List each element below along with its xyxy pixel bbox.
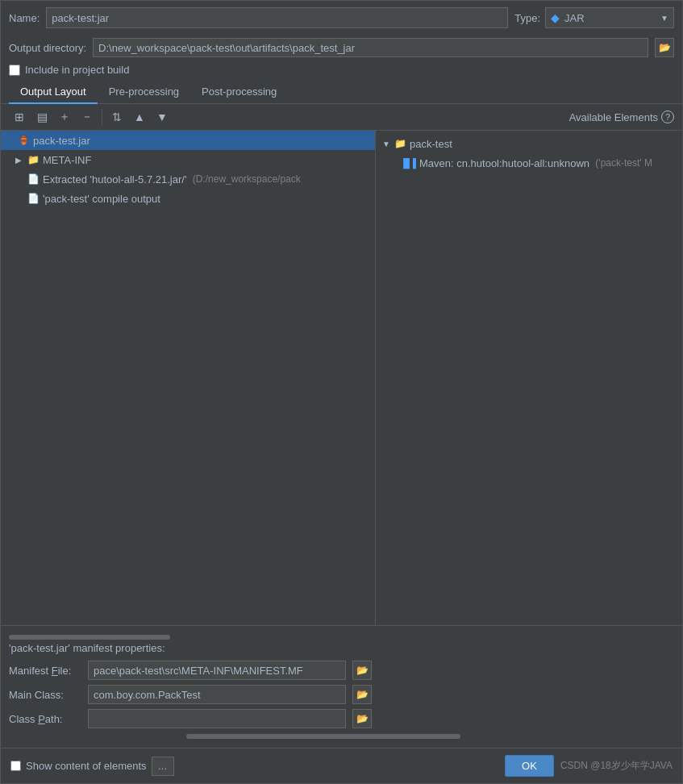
add-button[interactable]: ＋ bbox=[54, 107, 75, 127]
minus-icon: － bbox=[81, 110, 93, 124]
type-value: JAR bbox=[564, 12, 585, 24]
hutool-path-text: (D:/new_workspace/pack bbox=[189, 173, 300, 185]
bottom-scrollbar[interactable] bbox=[9, 733, 674, 740]
tree-item-meta-inf[interactable]: ▶ 📁 META-INF bbox=[1, 150, 375, 169]
type-label: Type: bbox=[514, 12, 540, 24]
manifest-file-row: Manifest File: 📂 bbox=[9, 661, 674, 680]
main-class-browse-button[interactable]: 📂 bbox=[352, 685, 372, 704]
add-jar-button[interactable]: ▤ bbox=[31, 107, 52, 127]
maven-dim-text: ('pack-test' M bbox=[593, 157, 652, 169]
name-label: Name: bbox=[9, 12, 40, 24]
copy-icon: ⊞ bbox=[15, 111, 24, 123]
compile-output-icon: 📄 bbox=[27, 192, 40, 205]
name-input[interactable] bbox=[46, 7, 508, 28]
folder-browse-icon: 📂 bbox=[356, 665, 369, 676]
maven-bars-icon: ▐▌▌ bbox=[403, 156, 416, 169]
hutool-file-icon: 📄 bbox=[27, 173, 40, 186]
class-path-browse-button[interactable]: 📂 bbox=[352, 709, 372, 728]
output-dir-row: Output directory: 📂 bbox=[1, 35, 682, 60]
tab-pre-processing[interactable]: Pre-processing bbox=[98, 81, 190, 104]
jar-file-icon: 🏺 bbox=[17, 134, 30, 147]
manifest-file-label: Manifest File: bbox=[9, 665, 81, 677]
hutool-text: Extracted 'hutool-all-5.7.21.jar/' bbox=[43, 173, 186, 186]
manifest-title: 'pack-test.jar' manifest properties: bbox=[9, 642, 674, 654]
folder-open-icon: 📂 bbox=[659, 42, 671, 53]
right-item-pack-test[interactable]: ▼ 📁 pack-test bbox=[376, 134, 682, 153]
maven-text: Maven: cn.hutool:hutool-all:unknown bbox=[419, 157, 589, 169]
available-elements-panel: ▼ 📁 pack-test ▐▌▌ Maven: cn.hutool:hutoo… bbox=[376, 131, 682, 625]
horizontal-scrollbar[interactable] bbox=[9, 634, 674, 640]
output-dir-browse-button[interactable]: 📂 bbox=[655, 38, 674, 57]
jar-diamond-icon: ◆ bbox=[551, 11, 560, 24]
output-dir-input[interactable] bbox=[93, 38, 648, 57]
pack-test-folder-text: pack-test bbox=[410, 138, 452, 150]
manifest-file-browse-button[interactable]: 📂 bbox=[352, 661, 372, 680]
type-select[interactable]: ◆ JAR ▼ bbox=[545, 7, 674, 28]
tree-item-hutool[interactable]: 📄 Extracted 'hutool-all-5.7.21.jar/' (D:… bbox=[1, 169, 375, 189]
jar-icon: ▤ bbox=[37, 111, 48, 123]
tabs-bar: Output Layout Pre-processing Post-proces… bbox=[1, 81, 682, 104]
remove-button[interactable]: － bbox=[77, 107, 98, 127]
include-build-checkbox[interactable] bbox=[9, 65, 20, 76]
main-class-input[interactable] bbox=[88, 685, 346, 704]
toolbar-separator bbox=[102, 109, 102, 125]
meta-inf-folder-icon: 📁 bbox=[27, 153, 40, 166]
artifact-dialog: Name: Type: ◆ JAR ▼ Output directory: 📂 … bbox=[0, 0, 683, 784]
tree-item-compile-output[interactable]: 📄 'pack-test' compile output bbox=[1, 189, 375, 208]
class-path-label: Class Path: bbox=[9, 713, 81, 725]
chevron-down-icon: ▼ bbox=[660, 14, 668, 23]
type-container: Type: ◆ JAR ▼ bbox=[514, 7, 674, 28]
main-panel: 🏺 pack-test.jar ▶ 📁 META-INF 📄 Extracted… bbox=[1, 131, 682, 625]
layout-toolbar: ⊞ ▤ ＋ － ⇅ ▲ ▼ Available Elements ? bbox=[1, 104, 682, 131]
bottom-bar: Show content of elements … OK CSDN @18岁少… bbox=[1, 748, 682, 783]
output-dir-label: Output directory: bbox=[9, 42, 86, 54]
compile-output-text: 'pack-test' compile output bbox=[43, 193, 160, 205]
available-elements-label: Available Elements ? bbox=[569, 111, 674, 123]
class-path-input[interactable] bbox=[88, 709, 346, 728]
scrollbar-thumb bbox=[9, 635, 170, 640]
meta-inf-text: META-INF bbox=[43, 154, 91, 166]
move-down-button[interactable]: ▼ bbox=[152, 107, 173, 127]
add-copy-button[interactable]: ⊞ bbox=[9, 107, 30, 127]
manifest-section: 'pack-test.jar' manifest properties: Man… bbox=[1, 625, 682, 748]
ok-button[interactable]: OK bbox=[505, 755, 554, 777]
pack-test-folder-icon: 📁 bbox=[394, 137, 406, 150]
main-class-row: Main Class: 📂 bbox=[9, 685, 674, 704]
show-content-label: Show content of elements bbox=[26, 760, 147, 772]
tree-item-jar[interactable]: 🏺 pack-test.jar bbox=[1, 131, 375, 150]
meta-inf-expand-arrow: ▶ bbox=[15, 156, 23, 165]
show-content-button[interactable]: … bbox=[152, 757, 174, 776]
watermark-text: CSDN @18岁少年学JAVA bbox=[560, 759, 673, 773]
include-build-label: Include in project build bbox=[25, 64, 129, 76]
ellipsis-icon: … bbox=[158, 761, 168, 772]
main-class-label: Main Class: bbox=[9, 689, 81, 701]
tab-output-layout[interactable]: Output Layout bbox=[9, 81, 98, 104]
pack-test-expand-arrow: ▼ bbox=[382, 140, 390, 148]
output-layout-tree: 🏺 pack-test.jar ▶ 📁 META-INF 📄 Extracted… bbox=[1, 131, 376, 625]
help-icon[interactable]: ? bbox=[661, 111, 674, 123]
jar-item-text: pack-test.jar bbox=[33, 135, 90, 147]
move-up-button[interactable]: ▲ bbox=[129, 107, 150, 127]
include-build-row: Include in project build bbox=[1, 60, 682, 79]
class-path-folder-icon: 📂 bbox=[356, 713, 369, 724]
plus-icon: ＋ bbox=[59, 110, 70, 124]
down-icon: ▼ bbox=[156, 111, 168, 123]
class-path-row: Class Path: 📂 bbox=[9, 709, 674, 728]
sort-icon: ⇅ bbox=[112, 111, 122, 123]
main-class-folder-icon: 📂 bbox=[356, 689, 369, 700]
manifest-file-input[interactable] bbox=[88, 661, 346, 680]
move-button[interactable]: ⇅ bbox=[106, 107, 127, 127]
name-row: Name: Type: ◆ JAR ▼ bbox=[1, 1, 682, 35]
show-content-checkbox[interactable] bbox=[10, 761, 21, 771]
tab-post-processing[interactable]: Post-processing bbox=[190, 81, 288, 104]
show-content-row: Show content of elements … bbox=[10, 757, 174, 776]
bottom-scrollbar-thumb bbox=[186, 734, 460, 739]
up-icon: ▲ bbox=[134, 111, 145, 123]
right-item-maven[interactable]: ▐▌▌ Maven: cn.hutool:hutool-all:unknown … bbox=[376, 153, 682, 173]
